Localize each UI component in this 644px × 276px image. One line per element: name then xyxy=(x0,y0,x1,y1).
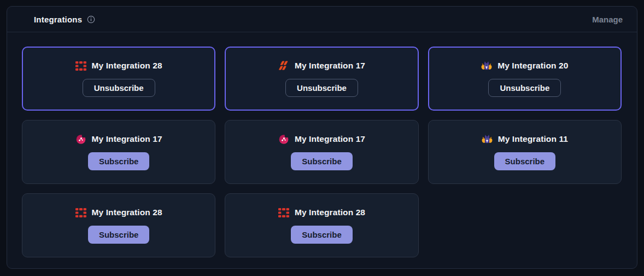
integrations-grid: My Integration 28 Unsubscribe My Integra… xyxy=(7,32,637,257)
integration-card: My Integration 17 Subscribe xyxy=(22,120,215,184)
integration-name: My Integration 28 xyxy=(92,61,162,71)
integration-name: My Integration 28 xyxy=(295,208,365,217)
integrations-header: Integrations Manage xyxy=(7,7,637,32)
integration-title-row: My Integration 17 xyxy=(278,60,365,71)
integration-card: My Integration 11 Subscribe xyxy=(428,120,622,184)
integration-title-row: My Integration 20 xyxy=(481,60,568,71)
integration-card: My Integration 28 Unsubscribe xyxy=(22,47,215,111)
info-icon[interactable] xyxy=(87,15,95,24)
integration-title-row: My Integration 28 xyxy=(278,207,365,218)
mascot-icon xyxy=(482,134,493,145)
red-grid-icon xyxy=(278,207,289,218)
integration-title-row: My Integration 17 xyxy=(75,134,162,145)
mascot-icon xyxy=(481,60,492,71)
integration-name: My Integration 11 xyxy=(498,134,568,144)
integration-name: My Integration 17 xyxy=(92,134,162,144)
orange-slashes-icon xyxy=(278,60,289,71)
integration-card: My Integration 28 Subscribe xyxy=(225,193,418,257)
integration-title-row: My Integration 17 xyxy=(278,134,365,145)
manage-link[interactable]: Manage xyxy=(592,15,623,24)
integrations-panel: Integrations Manage My Integration 28 Un… xyxy=(7,6,637,269)
subscribe-button[interactable]: Subscribe xyxy=(88,226,150,244)
unsubscribe-button[interactable]: Unsubscribe xyxy=(83,79,155,97)
integration-name: My Integration 17 xyxy=(295,134,365,144)
red-grid-icon xyxy=(75,60,86,71)
page-title: Integrations xyxy=(34,15,82,24)
integration-card: My Integration 17 Unsubscribe xyxy=(225,47,418,111)
subscribe-button[interactable]: Subscribe xyxy=(291,226,353,244)
pink-share-icon xyxy=(278,134,289,145)
red-grid-icon xyxy=(75,207,86,218)
unsubscribe-button[interactable]: Unsubscribe xyxy=(285,79,358,97)
integration-card: My Integration 20 Unsubscribe xyxy=(428,47,622,111)
integration-name: My Integration 17 xyxy=(295,61,365,71)
integration-name: My Integration 28 xyxy=(92,208,162,217)
integration-card: My Integration 17 Subscribe xyxy=(225,120,418,184)
integration-title-row: My Integration 11 xyxy=(482,134,568,145)
integration-card: My Integration 28 Subscribe xyxy=(22,193,215,257)
subscribe-button[interactable]: Subscribe xyxy=(494,152,556,170)
integration-title-row: My Integration 28 xyxy=(75,60,162,71)
unsubscribe-button[interactable]: Unsubscribe xyxy=(488,79,561,97)
subscribe-button[interactable]: Subscribe xyxy=(291,152,353,170)
subscribe-button[interactable]: Subscribe xyxy=(88,152,150,170)
integration-title-row: My Integration 28 xyxy=(75,207,162,218)
integration-name: My Integration 20 xyxy=(497,61,568,71)
pink-share-icon xyxy=(75,134,86,145)
